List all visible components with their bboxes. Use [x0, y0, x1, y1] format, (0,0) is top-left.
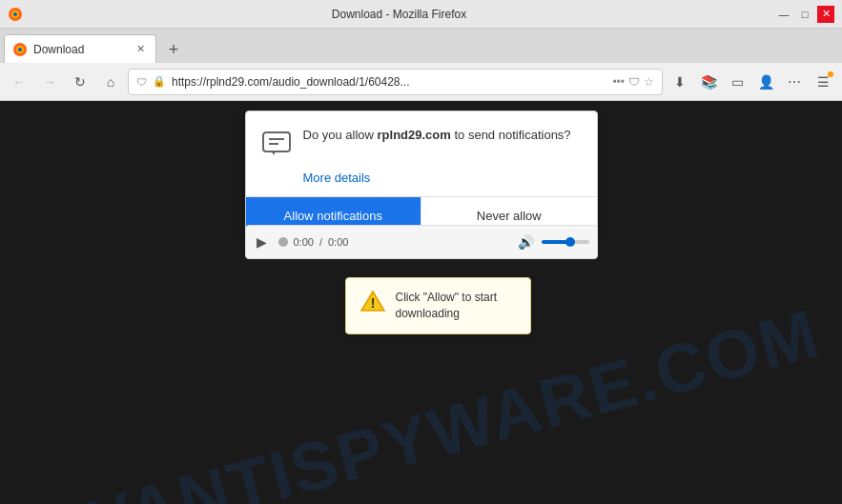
popup-header: Do you allow rplnd29.com to send notific…: [246, 111, 597, 167]
time-separator: /: [319, 236, 322, 248]
library-button[interactable]: 📚: [695, 69, 722, 95]
url-text: https://rplnd29.com/audio_download/1/604…: [172, 75, 606, 89]
tab-label: Download: [33, 43, 127, 56]
new-tab-button[interactable]: +: [160, 36, 187, 63]
firefox-logo-icon: [8, 7, 23, 22]
notification-dot: [828, 71, 833, 77]
notification-popup: Do you allow rplnd29.com to send notific…: [245, 111, 598, 235]
svg-point-2: [13, 12, 17, 16]
progress-dot: [278, 237, 288, 247]
back-button[interactable]: ←: [6, 69, 32, 95]
tab-favicon-icon: [12, 42, 28, 57]
svg-point-5: [18, 48, 22, 51]
home-button[interactable]: ⌂: [97, 69, 124, 95]
forward-button[interactable]: →: [36, 69, 63, 95]
time-current: 0:00: [294, 236, 314, 248]
sync-button[interactable]: 👤: [752, 69, 779, 95]
close-button[interactable]: ✕: [817, 6, 834, 23]
address-bar-icons: ••• 🛡 ☆: [612, 75, 654, 89]
titlebar-title: Download - Mozilla Firefox: [23, 8, 775, 21]
reload-button[interactable]: ↻: [67, 69, 93, 95]
time-total: 0:00: [328, 236, 348, 248]
lock-icon: 🔒: [153, 75, 166, 88]
titlebar-controls: — □ ✕: [775, 6, 834, 23]
audio-player: ▶ 0:00 / 0:00 🔊: [245, 225, 598, 259]
minimize-button[interactable]: —: [775, 6, 792, 23]
shield-icon[interactable]: 🛡: [628, 75, 640, 89]
notification-request-icon: [261, 129, 292, 159]
sidebar-button[interactable]: ▭: [724, 69, 750, 95]
navbar: ← → ↻ ⌂ 🛡 🔒 https://rplnd29.com/audio_do…: [0, 63, 842, 101]
click-allow-tooltip: ! Click "Allow" to start downloading: [345, 277, 531, 334]
address-bar[interactable]: 🛡 🔒 https://rplnd29.com/audio_download/1…: [128, 69, 663, 95]
more-details-link[interactable]: More details: [246, 167, 597, 196]
svg-text:!: !: [370, 295, 375, 311]
active-tab[interactable]: Download ✕: [4, 34, 156, 63]
downloads-button[interactable]: ⬇: [667, 69, 693, 95]
svg-rect-6: [263, 132, 290, 151]
titlebar: Download - Mozilla Firefox — □ ✕: [0, 0, 842, 29]
titlebar-left: [8, 7, 23, 22]
tooltip-text: Click "Allow" to start downloading: [396, 290, 517, 322]
popup-question-text: Do you allow rplnd29.com to send notific…: [303, 127, 571, 144]
browser-content: MYANTISPYWARE.COM Do you allow rplnd29.c…: [0, 101, 842, 504]
warning-icon: !: [359, 290, 386, 312]
volume-slider[interactable]: [542, 240, 589, 244]
progress-container: 0:00 / 0:00: [278, 236, 510, 248]
play-button[interactable]: ▶: [254, 233, 271, 251]
security-shield-icon: 🛡: [136, 76, 147, 88]
maximize-button[interactable]: □: [796, 6, 813, 23]
more-icon[interactable]: •••: [612, 75, 625, 89]
tabbar: Download ✕ +: [0, 29, 842, 63]
menu-button[interactable]: ☰: [810, 69, 836, 95]
tab-close-button[interactable]: ✕: [133, 42, 148, 57]
bookmark-icon[interactable]: ☆: [644, 75, 654, 89]
volume-handle: [565, 237, 575, 247]
toolbar-icons: ⬇ 📚 ▭ 👤 ⋯ ☰: [667, 69, 836, 95]
volume-button[interactable]: 🔊: [518, 234, 534, 250]
extensions-button[interactable]: ⋯: [781, 69, 808, 95]
